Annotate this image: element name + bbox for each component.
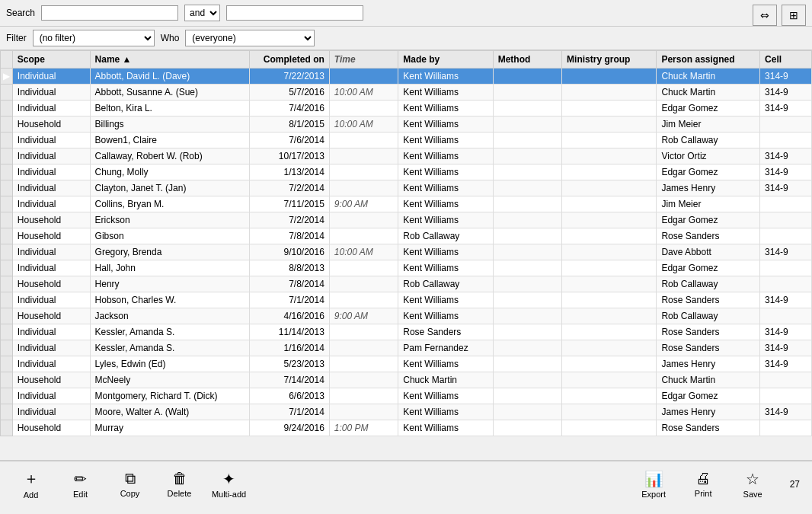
cell-cell: 314-9	[760, 69, 812, 85]
table-row[interactable]: HouseholdMcNeely7/14/2014Chuck MartinChu…	[1, 372, 812, 388]
cell-method	[493, 69, 561, 85]
cell-cell	[760, 228, 812, 244]
edit-button[interactable]: ✏ Edit	[56, 467, 105, 502]
row-indicator	[1, 117, 13, 132]
cell-ministry	[562, 132, 657, 148]
col-madeby-header[interactable]: Made by	[398, 51, 493, 69]
search-input-2[interactable]	[226, 5, 363, 21]
cell-method	[493, 244, 561, 260]
cell-ministry	[562, 85, 657, 101]
print-button[interactable]: 🖨 Print	[679, 467, 728, 501]
cell-ministry	[562, 308, 657, 324]
cell-scope: Household	[12, 420, 90, 436]
table-row[interactable]: HouseholdHenry7/8/2014Rob CallawayRob Ca…	[1, 276, 812, 292]
col-ministry-header[interactable]: Ministry group	[562, 51, 657, 69]
table-row[interactable]: IndividualMoore, Walter A. (Walt)7/1/201…	[1, 404, 812, 420]
cell-method	[493, 324, 561, 340]
table-row[interactable]: IndividualAbbott, Susanne A. (Sue)5/7/20…	[1, 85, 812, 101]
grid-icon-button[interactable]: ⊞	[782, 5, 806, 26]
edit-icon: ✏	[74, 470, 87, 488]
delete-icon: 🗑	[172, 470, 187, 487]
filter-select[interactable]: (no filter)	[33, 30, 155, 46]
export-button[interactable]: 📊 Export	[629, 467, 679, 502]
add-button[interactable]: ＋ Add	[6, 465, 56, 503]
multiadd-icon: ✦	[222, 470, 235, 488]
who-label: Who	[161, 33, 180, 43]
table-row[interactable]: HouseholdJackson4/16/20169:00 AMKent Wil…	[1, 308, 812, 324]
cell-method	[493, 196, 561, 212]
cell-name: Lyles, Edwin (Ed)	[90, 356, 249, 372]
cell-time	[329, 164, 398, 180]
table-row[interactable]: IndividualBelton, Kira L.7/4/2016Kent Wi…	[1, 101, 812, 117]
search-input-1[interactable]	[41, 5, 178, 21]
save-button[interactable]: ☆ Save	[728, 467, 778, 502]
cell-scope: Household	[12, 372, 90, 388]
col-completed-header[interactable]: Completed on	[249, 51, 329, 69]
table-row[interactable]: IndividualKessler, Amanda S.1/16/2014Pam…	[1, 340, 812, 356]
table-row[interactable]: IndividualBowen1, Claire7/6/2014Kent Wil…	[1, 132, 812, 148]
cell-scope: Household	[12, 308, 90, 324]
row-indicator	[1, 420, 13, 436]
cell-cell: 314-9	[760, 356, 812, 372]
cell-ministry	[562, 148, 657, 164]
expand-icon-button[interactable]: ⇔	[753, 5, 777, 26]
cell-time	[329, 356, 398, 372]
cell-scope: Individual	[12, 324, 90, 340]
multiadd-label: Multi-add	[212, 490, 246, 499]
cell-person: Rose Sanders	[657, 324, 760, 340]
cell-person: Rob Callaway	[657, 276, 760, 292]
cell-cell: 314-9	[760, 148, 812, 164]
table-row[interactable]: IndividualGregory, Brenda9/10/201610:00 …	[1, 244, 812, 260]
copy-button[interactable]: ⧉ Copy	[105, 467, 155, 501]
cell-ministry	[562, 212, 657, 228]
table-row[interactable]: IndividualHobson, Charles W.7/1/2014Kent…	[1, 292, 812, 308]
table-row[interactable]: IndividualCollins, Bryan M.7/11/20159:00…	[1, 196, 812, 212]
row-indicator	[1, 180, 13, 196]
multiadd-button[interactable]: ✦ Multi-add	[204, 467, 254, 502]
cell-completed: 1/13/2014	[249, 164, 329, 180]
data-table: Scope Name ▲ Completed on Time Made by M…	[0, 50, 812, 436]
table-row[interactable]: IndividualKessler, Amanda S.11/14/2013Ro…	[1, 324, 812, 340]
table-container[interactable]: Scope Name ▲ Completed on Time Made by M…	[0, 50, 812, 461]
table-row[interactable]: IndividualChung, Molly1/13/2014Kent Will…	[1, 164, 812, 180]
table-row[interactable]: IndividualHall, John8/8/2013Kent William…	[1, 260, 812, 276]
table-row[interactable]: HouseholdBillings8/1/201510:00 AMKent Wi…	[1, 117, 812, 132]
table-row[interactable]: IndividualCallaway, Robert W. (Rob)10/17…	[1, 148, 812, 164]
col-cell-header[interactable]: Cell	[760, 51, 812, 69]
table-row[interactable]: IndividualMontgomery, Richard T. (Dick)6…	[1, 388, 812, 404]
cell-cell	[760, 308, 812, 324]
cell-madeby: Rose Sanders	[398, 324, 493, 340]
cell-time: 10:00 AM	[329, 117, 398, 132]
table-row[interactable]: HouseholdMurray9/24/20161:00 PMKent Will…	[1, 420, 812, 436]
cell-time	[329, 404, 398, 420]
cell-person: Edgar Gomez	[657, 164, 760, 180]
table-row[interactable]: IndividualClayton, Janet T. (Jan)7/2/201…	[1, 180, 812, 196]
cell-completed: 10/17/2013	[249, 148, 329, 164]
row-indicator	[1, 276, 13, 292]
cell-time: 10:00 AM	[329, 85, 398, 101]
col-person-header[interactable]: Person assigned	[657, 51, 760, 69]
table-row[interactable]: ▶IndividualAbbott, David L. (Dave)7/22/2…	[1, 69, 812, 85]
cell-madeby: Kent Williams	[398, 164, 493, 180]
cell-cell	[760, 372, 812, 388]
cell-method	[493, 276, 561, 292]
save-label: Save	[743, 490, 762, 499]
cell-completed: 1/16/2014	[249, 340, 329, 356]
cell-cell: 314-9	[760, 292, 812, 308]
and-select[interactable]: and or	[184, 5, 220, 21]
delete-button[interactable]: 🗑 Delete	[155, 467, 204, 501]
col-scope-header[interactable]: Scope	[12, 51, 90, 69]
cell-ministry	[562, 340, 657, 356]
cell-cell: 314-9	[760, 404, 812, 420]
cell-person: Rob Callaway	[657, 132, 760, 148]
cell-cell: 314-9	[760, 340, 812, 356]
col-method-header[interactable]: Method	[493, 51, 561, 69]
table-row[interactable]: IndividualLyles, Edwin (Ed)5/23/2013Kent…	[1, 356, 812, 372]
cell-name: Clayton, Janet T. (Jan)	[90, 180, 249, 196]
who-select[interactable]: (everyone)	[185, 30, 315, 46]
col-time-header[interactable]: Time	[329, 51, 398, 69]
table-row[interactable]: HouseholdErickson7/2/2014Kent WilliamsEd…	[1, 212, 812, 228]
table-row[interactable]: HouseholdGibson7/8/2014Rob CallawayRose …	[1, 228, 812, 244]
cell-ministry	[562, 420, 657, 436]
col-name-header[interactable]: Name ▲	[90, 51, 249, 69]
